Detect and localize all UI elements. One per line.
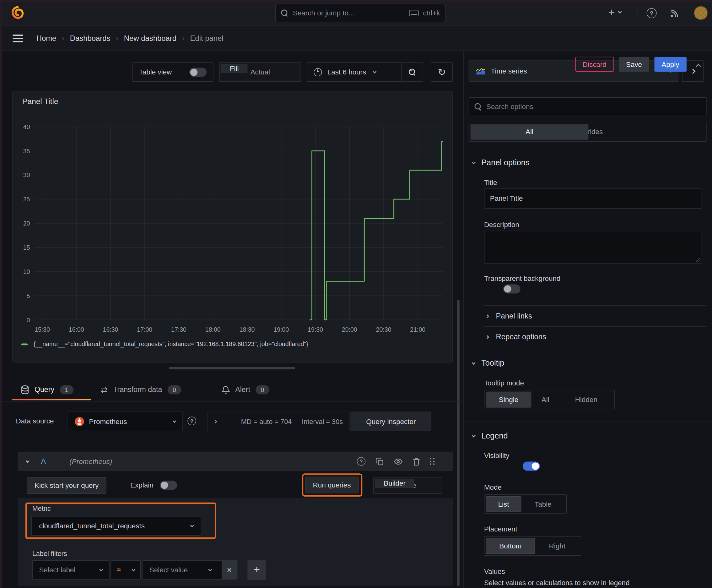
chevron-down-icon xyxy=(373,69,377,73)
legend-placement-control: Bottom Right xyxy=(484,536,581,555)
search-placeholder: Search or jump to... xyxy=(293,9,404,17)
tab-alert-label: Alert xyxy=(235,386,250,394)
close-icon xyxy=(226,565,232,574)
time-range-label: Last 6 hours xyxy=(327,68,366,76)
tooltip-all-option[interactable]: All xyxy=(531,392,559,408)
tooltip-single-option[interactable]: Single xyxy=(486,392,532,408)
interval: Interval = 30s xyxy=(302,417,343,425)
query-row-header[interactable]: A (Prometheus) ? xyxy=(18,452,453,471)
svg-text:25: 25 xyxy=(23,196,30,203)
query-ref-id[interactable]: A xyxy=(41,457,46,465)
table-view-toggle[interactable] xyxy=(189,67,207,77)
svg-text:17:30: 17:30 xyxy=(171,326,187,333)
title-field[interactable] xyxy=(484,188,702,209)
legend-list-option[interactable]: List xyxy=(486,496,521,512)
panel-options-section[interactable]: Panel options xyxy=(472,158,529,167)
help-icon[interactable]: ? xyxy=(647,8,657,18)
new-menu-button[interactable] xyxy=(608,7,621,18)
query-help-icon[interactable]: ? xyxy=(357,457,365,465)
datasource-help-button[interactable]: ? xyxy=(188,417,196,425)
delete-query-icon[interactable] xyxy=(413,457,420,465)
repeat-options-section[interactable]: Repeat options xyxy=(486,333,546,341)
repeat-options-label: Repeat options xyxy=(496,333,546,341)
query-options-row[interactable]: MD = auto = 704 Interval = 30s xyxy=(207,412,350,431)
drag-handle-icon[interactable] xyxy=(430,458,434,465)
apply-button[interactable]: Apply xyxy=(654,57,686,72)
svg-text:35: 35 xyxy=(23,148,30,154)
metric-select[interactable]: cloudflared_tunnel_total_requests xyxy=(31,516,201,536)
tab-transform[interactable]: Transform data 0 xyxy=(101,378,181,401)
global-search-input[interactable]: Search or jump to... ctrl+k xyxy=(275,4,446,22)
select-value-dropdown[interactable]: Select value xyxy=(143,560,237,580)
explain-toggle[interactable] xyxy=(160,481,177,490)
timeseries-chart[interactable]: 051015202530354015:3016:0016:3017:0017:3… xyxy=(13,91,453,337)
placement-right-option[interactable]: Right xyxy=(535,538,580,554)
legend-section[interactable]: Legend xyxy=(472,431,508,441)
user-avatar[interactable] xyxy=(694,6,708,20)
pane-divider[interactable] xyxy=(463,51,463,588)
svg-text:0: 0 xyxy=(27,317,30,323)
tab-all[interactable]: All xyxy=(470,124,588,140)
duplicate-query-icon[interactable] xyxy=(375,457,384,465)
fill-actual-control: Fill Actual xyxy=(219,62,301,82)
news-feed-icon[interactable] xyxy=(669,8,679,18)
bell-icon xyxy=(222,385,230,395)
tab-query[interactable]: Query 1 xyxy=(21,378,73,401)
svg-text:5: 5 xyxy=(27,292,30,299)
search-icon xyxy=(281,9,288,17)
legend-mode-control: List Table xyxy=(484,495,567,514)
select-label-placeholder: Select label xyxy=(39,566,75,574)
tooltip-mode-control: Single All Hidden xyxy=(484,390,615,409)
vertical-scrollbar[interactable] xyxy=(457,300,459,586)
data-source-picker[interactable]: Prometheus xyxy=(68,412,183,431)
breadcrumb-dashboards[interactable]: Dashboards xyxy=(70,34,110,42)
breadcrumb-new-dashboard[interactable]: New dashboard xyxy=(124,34,176,42)
kickstart-query-button[interactable]: Kick start your query xyxy=(27,477,106,494)
panel-resize-handle[interactable] xyxy=(169,367,295,370)
nav-divider xyxy=(638,7,638,19)
panel-links-section[interactable]: Panel links xyxy=(486,312,532,320)
legend-item[interactable]: {__name__="cloudflared_tunnel_total_requ… xyxy=(21,341,308,348)
legend-mode-label: Mode xyxy=(484,483,502,491)
save-button[interactable]: Save xyxy=(619,57,649,72)
discard-button[interactable]: Discard xyxy=(576,57,614,72)
visibility-label: Visibility xyxy=(484,452,510,460)
search-icon xyxy=(475,103,482,110)
remove-filter-button[interactable] xyxy=(222,561,237,579)
placement-bottom-option[interactable]: Bottom xyxy=(486,538,535,554)
tooltip-hidden-option[interactable]: Hidden xyxy=(559,392,613,408)
run-queries-button[interactable]: Run queries xyxy=(305,477,359,493)
hide-query-icon[interactable] xyxy=(394,458,403,465)
search-options-input[interactable]: Search options xyxy=(469,97,707,117)
tab-alert[interactable]: Alert 0 xyxy=(222,378,269,401)
time-range-picker[interactable]: Last 6 hours xyxy=(307,68,401,76)
breadcrumb-home[interactable]: Home xyxy=(37,34,57,42)
breadcrumb-separator-icon: › xyxy=(182,33,185,43)
operator-dropdown[interactable]: = xyxy=(111,560,141,580)
zoom-out-button[interactable] xyxy=(402,68,423,76)
label-filters-label: Label filters xyxy=(33,550,67,558)
select-label-dropdown[interactable]: Select label xyxy=(33,560,110,580)
transparent-background-toggle[interactable] xyxy=(503,284,520,293)
grafana-logo-icon[interactable] xyxy=(11,6,24,19)
prometheus-icon xyxy=(74,417,84,426)
menu-toggle-icon[interactable] xyxy=(13,35,23,42)
builder-option[interactable]: Builder xyxy=(375,479,414,488)
svg-text:17:00: 17:00 xyxy=(137,326,152,333)
add-filter-button[interactable] xyxy=(247,560,266,580)
query-inspector-button[interactable]: Query inspector xyxy=(351,412,431,431)
refresh-button[interactable] xyxy=(431,62,453,82)
resize-handle-icon[interactable] xyxy=(696,257,700,261)
window-edge xyxy=(0,0,2,588)
breadcrumb-bar: Home › Dashboards › New dashboard › Edit… xyxy=(0,26,712,51)
legend-table-option[interactable]: Table xyxy=(521,496,565,512)
legend-visibility-toggle[interactable] xyxy=(523,462,540,471)
chevron-right-icon xyxy=(690,68,695,74)
fill-option[interactable]: Fill xyxy=(221,64,247,73)
svg-text:20:00: 20:00 xyxy=(342,326,357,333)
description-field[interactable] xyxy=(484,231,702,264)
chevron-down-icon xyxy=(472,160,475,164)
table-view-control: Table view xyxy=(132,62,214,82)
tooltip-section[interactable]: Tooltip xyxy=(472,358,504,368)
svg-text:21:00: 21:00 xyxy=(410,326,425,333)
